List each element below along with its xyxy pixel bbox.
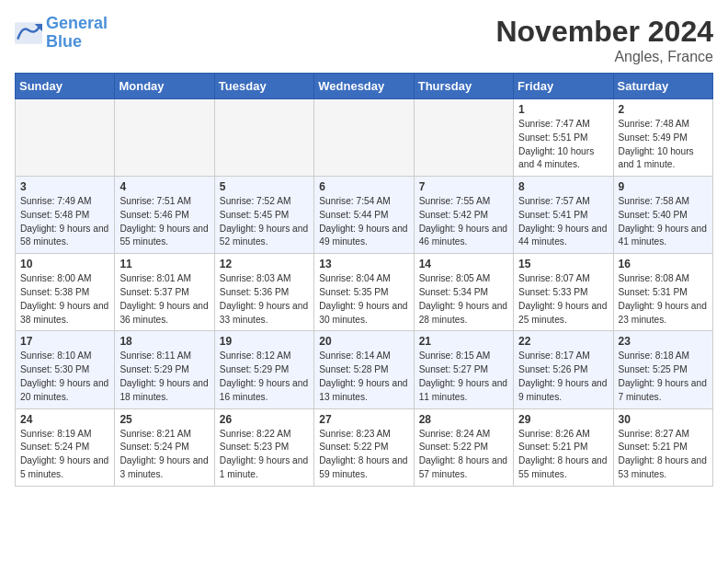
logo-text: General Blue — [46, 15, 108, 52]
title-block: November 2024 Angles, France — [495, 15, 713, 65]
day-info: Sunrise: 8:07 AMSunset: 5:33 PMDaylight:… — [518, 272, 608, 327]
calendar-cell: 29Sunrise: 8:26 AMSunset: 5:21 PMDayligh… — [514, 408, 613, 486]
calendar-cell: 12Sunrise: 8:03 AMSunset: 5:36 PMDayligh… — [214, 254, 313, 331]
calendar-cell: 26Sunrise: 8:22 AMSunset: 5:23 PMDayligh… — [214, 408, 313, 486]
day-info: Sunrise: 8:24 AMSunset: 5:22 PMDaylight:… — [419, 428, 508, 482]
day-info: Sunrise: 8:08 AMSunset: 5:31 PMDaylight:… — [619, 272, 708, 327]
day-number: 14 — [419, 258, 508, 270]
calendar-cell: 9Sunrise: 7:58 AMSunset: 5:40 PMDaylight… — [613, 177, 712, 254]
day-info: Sunrise: 7:58 AMSunset: 5:40 PMDaylight:… — [619, 195, 708, 249]
calendar-cell: 24Sunrise: 8:19 AMSunset: 5:24 PMDayligh… — [16, 408, 115, 486]
day-info: Sunrise: 8:18 AMSunset: 5:25 PMDaylight:… — [619, 350, 708, 404]
location: Angles, France — [495, 49, 713, 65]
calendar-cell: 15Sunrise: 8:07 AMSunset: 5:33 PMDayligh… — [514, 254, 613, 331]
day-info: Sunrise: 8:00 AMSunset: 5:38 PMDaylight:… — [20, 272, 109, 327]
calendar-cell — [115, 99, 214, 177]
day-number: 15 — [518, 258, 608, 270]
weekday-header: Thursday — [414, 74, 513, 99]
weekday-header: Tuesday — [214, 74, 313, 99]
day-info: Sunrise: 8:21 AMSunset: 5:24 PMDaylight:… — [119, 428, 209, 482]
day-number: 17 — [20, 335, 109, 348]
day-info: Sunrise: 8:01 AMSunset: 5:37 PMDaylight:… — [119, 272, 209, 327]
day-info: Sunrise: 8:15 AMSunset: 5:27 PMDaylight:… — [419, 350, 508, 404]
day-number: 24 — [20, 413, 109, 426]
weekday-header: Sunday — [16, 74, 115, 99]
calendar-cell: 30Sunrise: 8:27 AMSunset: 5:21 PMDayligh… — [613, 408, 712, 486]
day-number: 30 — [619, 413, 708, 426]
day-info: Sunrise: 8:12 AMSunset: 5:29 PMDaylight:… — [220, 350, 309, 404]
month-title: November 2024 — [495, 15, 713, 49]
day-number: 13 — [319, 258, 408, 270]
day-info: Sunrise: 8:22 AMSunset: 5:23 PMDaylight:… — [220, 428, 309, 482]
day-info: Sunrise: 8:10 AMSunset: 5:30 PMDaylight:… — [20, 350, 109, 404]
day-info: Sunrise: 7:52 AMSunset: 5:45 PMDaylight:… — [220, 195, 309, 249]
calendar-cell: 22Sunrise: 8:17 AMSunset: 5:26 PMDayligh… — [514, 331, 613, 408]
day-number: 11 — [119, 258, 209, 270]
day-number: 23 — [619, 335, 708, 348]
day-number: 2 — [619, 103, 708, 116]
day-number: 6 — [319, 180, 408, 193]
day-number: 28 — [419, 413, 508, 426]
day-info: Sunrise: 8:27 AMSunset: 5:21 PMDaylight:… — [619, 428, 708, 482]
day-info: Sunrise: 8:26 AMSunset: 5:21 PMDaylight:… — [518, 428, 608, 482]
calendar-cell: 18Sunrise: 8:11 AMSunset: 5:29 PMDayligh… — [115, 331, 214, 408]
day-number: 12 — [220, 258, 309, 270]
day-info: Sunrise: 8:11 AMSunset: 5:29 PMDaylight:… — [119, 350, 209, 404]
day-info: Sunrise: 8:17 AMSunset: 5:26 PMDaylight:… — [518, 350, 608, 404]
weekday-header: Friday — [514, 74, 613, 99]
weekday-header: Monday — [115, 74, 214, 99]
day-number: 1 — [518, 103, 608, 116]
day-info: Sunrise: 7:51 AMSunset: 5:46 PMDaylight:… — [119, 195, 209, 249]
day-info: Sunrise: 7:48 AMSunset: 5:49 PMDaylight:… — [619, 118, 708, 172]
weekday-header-row: SundayMondayTuesdayWednesdayThursdayFrid… — [16, 74, 713, 99]
day-number: 4 — [119, 180, 209, 193]
day-info: Sunrise: 7:47 AMSunset: 5:51 PMDaylight:… — [518, 118, 608, 172]
page-header: General Blue November 2024 Angles, Franc… — [15, 15, 713, 65]
weekday-header: Wednesday — [314, 74, 414, 99]
day-number: 21 — [419, 335, 508, 348]
day-info: Sunrise: 8:04 AMSunset: 5:35 PMDaylight:… — [319, 272, 408, 327]
day-info: Sunrise: 8:23 AMSunset: 5:22 PMDaylight:… — [319, 428, 408, 482]
calendar-cell: 1Sunrise: 7:47 AMSunset: 5:51 PMDaylight… — [514, 99, 613, 177]
calendar-cell: 28Sunrise: 8:24 AMSunset: 5:22 PMDayligh… — [414, 408, 513, 486]
calendar-cell — [314, 99, 414, 177]
day-info: Sunrise: 7:57 AMSunset: 5:41 PMDaylight:… — [518, 195, 608, 249]
calendar-week-row: 17Sunrise: 8:10 AMSunset: 5:30 PMDayligh… — [16, 331, 713, 408]
logo-icon — [15, 22, 42, 44]
day-info: Sunrise: 8:03 AMSunset: 5:36 PMDaylight:… — [220, 272, 309, 327]
calendar-cell: 27Sunrise: 8:23 AMSunset: 5:22 PMDayligh… — [314, 408, 414, 486]
calendar-cell — [414, 99, 513, 177]
calendar-week-row: 3Sunrise: 7:49 AMSunset: 5:48 PMDaylight… — [16, 177, 713, 254]
calendar-cell: 6Sunrise: 7:54 AMSunset: 5:44 PMDaylight… — [314, 177, 414, 254]
calendar-week-row: 24Sunrise: 8:19 AMSunset: 5:24 PMDayligh… — [16, 408, 713, 486]
day-number: 29 — [518, 413, 608, 426]
day-info: Sunrise: 8:19 AMSunset: 5:24 PMDaylight:… — [20, 428, 109, 482]
calendar-cell — [214, 99, 313, 177]
calendar-cell: 11Sunrise: 8:01 AMSunset: 5:37 PMDayligh… — [115, 254, 214, 331]
day-number: 26 — [220, 413, 309, 426]
calendar-week-row: 1Sunrise: 7:47 AMSunset: 5:51 PMDaylight… — [16, 99, 713, 177]
day-number: 10 — [20, 258, 109, 270]
calendar-cell: 20Sunrise: 8:14 AMSunset: 5:28 PMDayligh… — [314, 331, 414, 408]
day-info: Sunrise: 7:49 AMSunset: 5:48 PMDaylight:… — [20, 195, 109, 249]
calendar-cell — [16, 99, 115, 177]
day-number: 19 — [220, 335, 309, 348]
calendar-cell: 21Sunrise: 8:15 AMSunset: 5:27 PMDayligh… — [414, 331, 513, 408]
calendar-cell: 25Sunrise: 8:21 AMSunset: 5:24 PMDayligh… — [115, 408, 214, 486]
day-number: 5 — [220, 180, 309, 193]
day-number: 27 — [319, 413, 408, 426]
day-info: Sunrise: 7:54 AMSunset: 5:44 PMDaylight:… — [319, 195, 408, 249]
weekday-header: Saturday — [613, 74, 712, 99]
calendar-cell: 7Sunrise: 7:55 AMSunset: 5:42 PMDaylight… — [414, 177, 513, 254]
day-number: 25 — [119, 413, 209, 426]
calendar-cell: 17Sunrise: 8:10 AMSunset: 5:30 PMDayligh… — [16, 331, 115, 408]
calendar-cell: 23Sunrise: 8:18 AMSunset: 5:25 PMDayligh… — [613, 331, 712, 408]
calendar-cell: 2Sunrise: 7:48 AMSunset: 5:49 PMDaylight… — [613, 99, 712, 177]
day-number: 3 — [20, 180, 109, 193]
calendar-cell: 3Sunrise: 7:49 AMSunset: 5:48 PMDaylight… — [16, 177, 115, 254]
calendar-cell: 8Sunrise: 7:57 AMSunset: 5:41 PMDaylight… — [514, 177, 613, 254]
day-number: 20 — [319, 335, 408, 348]
calendar-cell: 13Sunrise: 8:04 AMSunset: 5:35 PMDayligh… — [314, 254, 414, 331]
day-number: 7 — [419, 180, 508, 193]
day-number: 9 — [619, 180, 708, 193]
